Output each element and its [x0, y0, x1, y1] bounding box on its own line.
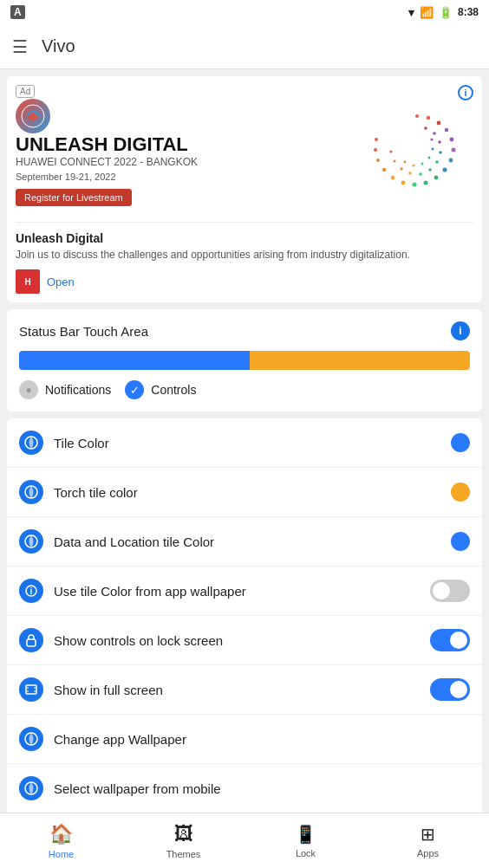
- show-full-screen-toggle[interactable]: [430, 678, 470, 701]
- touch-bar-notifications[interactable]: [19, 351, 250, 370]
- setting-row-torch-tile-color[interactable]: Torch tile color: [7, 468, 482, 517]
- svg-point-4: [445, 128, 448, 132]
- nav-lock[interactable]: 📱 Lock: [244, 813, 367, 868]
- tile-color-icon: [19, 431, 43, 455]
- touch-area-card: Status Bar Touch Area i ● Notifications …: [7, 309, 482, 411]
- tile-color-dot[interactable]: [451, 433, 470, 452]
- svg-point-30: [432, 148, 434, 151]
- ad-open-link[interactable]: Open: [47, 275, 75, 288]
- torch-color-dot[interactable]: [451, 483, 470, 502]
- touch-bar[interactable]: [19, 351, 470, 370]
- svg-point-29: [431, 139, 434, 141]
- data-location-color-dot[interactable]: [451, 532, 470, 551]
- torch-tile-label: Torch tile color: [54, 485, 440, 500]
- ad-register-button[interactable]: Register for Livestream: [16, 189, 132, 206]
- svg-point-18: [424, 126, 427, 130]
- use-tile-color-toggle-knob: [433, 582, 450, 599]
- wifi-icon: ▾: [408, 6, 414, 19]
- setting-row-change-wallpaper[interactable]: Change app Wallpaper: [7, 715, 482, 764]
- svg-rect-41: [26, 685, 36, 694]
- touch-option-notifications[interactable]: ● Notifications: [19, 380, 111, 399]
- lock-nav-icon: 📱: [295, 824, 316, 845]
- ad-event-date: September 19-21, 2022: [16, 172, 352, 182]
- svg-point-12: [401, 181, 406, 185]
- controls-label: Controls: [151, 383, 196, 397]
- svg-point-17: [375, 138, 378, 141]
- touch-area-info-icon[interactable]: i: [451, 321, 470, 340]
- svg-point-25: [408, 172, 411, 174]
- ad-desc-title: Unleash Digital: [16, 231, 473, 245]
- svg-point-23: [428, 168, 432, 172]
- ad-image: [361, 99, 473, 211]
- radio-unchecked-icon: ●: [25, 384, 31, 396]
- show-controls-lock-icon: [19, 628, 43, 652]
- themes-nav-icon: 🖼: [174, 823, 193, 845]
- touch-area-title: Status Bar Touch Area: [19, 324, 148, 339]
- tile-color-label: Tile Color: [54, 436, 440, 450]
- setting-row-use-tile-color-wallpaper[interactable]: i Use tile Color from app wallpaper: [7, 567, 482, 616]
- svg-point-22: [435, 160, 439, 164]
- svg-point-9: [434, 176, 439, 180]
- svg-point-24: [419, 172, 422, 176]
- app-icon: A: [10, 5, 25, 19]
- svg-point-14: [382, 168, 386, 172]
- setting-row-data-location-color[interactable]: Data and Location tile Color: [7, 517, 482, 567]
- svg-point-15: [376, 159, 380, 162]
- setting-row-select-wallpaper[interactable]: Select wallpaper from mobile: [7, 764, 482, 813]
- top-nav: ☰ Vivo: [0, 24, 489, 69]
- svg-point-34: [404, 161, 407, 164]
- svg-rect-40: [27, 639, 36, 646]
- data-location-label: Data and Location tile Color: [54, 534, 440, 549]
- torch-tile-icon: [19, 480, 43, 504]
- signal-icon: 📶: [420, 6, 434, 19]
- svg-text:i: i: [30, 586, 33, 596]
- ad-title: UNLEASH DIGITAL: [16, 133, 352, 156]
- use-tile-color-icon: i: [19, 579, 43, 603]
- nav-apps[interactable]: ⊞ Apps: [367, 813, 489, 868]
- status-bar: A ▾ 📶 🔋 8:38: [0, 0, 489, 24]
- select-wallpaper-icon: [19, 776, 43, 800]
- ad-text-area: UNLEASH DIGITAL HUAWEI CONNECT 2022 - BA…: [16, 99, 352, 206]
- ad-event-name: HUAWEI CONNECT 2022 - BANGKOK: [16, 156, 352, 168]
- svg-point-21: [439, 151, 442, 154]
- apps-nav-label: Apps: [417, 848, 439, 858]
- settings-section: Tile Color Torch tile color Data and Loc…: [7, 418, 482, 862]
- show-controls-lock-toggle[interactable]: [430, 629, 470, 651]
- svg-point-27: [393, 159, 395, 162]
- svg-point-2: [427, 116, 430, 120]
- bottom-nav: 🏠 Home 🖼 Themes 📱 Lock ⊞ Apps: [0, 813, 489, 868]
- use-tile-color-label: Use tile Color from app wallpaper: [54, 584, 420, 599]
- svg-point-13: [391, 176, 394, 179]
- status-bar-left: A: [10, 5, 25, 19]
- touch-option-controls[interactable]: ✓ Controls: [125, 380, 196, 399]
- menu-icon[interactable]: ☰: [12, 36, 28, 57]
- nav-home[interactable]: 🏠 Home: [0, 813, 122, 868]
- svg-point-11: [412, 182, 416, 186]
- themes-nav-label: Themes: [166, 849, 201, 859]
- setting-row-show-full-screen[interactable]: Show in full screen: [7, 665, 482, 715]
- controls-radio[interactable]: ✓: [125, 380, 144, 399]
- svg-point-28: [389, 150, 392, 152]
- svg-point-7: [449, 159, 453, 163]
- show-controls-lock-label: Show controls on lock screen: [54, 633, 420, 648]
- touch-bar-controls[interactable]: [250, 351, 470, 370]
- setting-row-show-controls-lock[interactable]: Show controls on lock screen: [7, 616, 482, 665]
- svg-point-31: [428, 157, 431, 159]
- show-full-screen-knob: [450, 681, 467, 698]
- setting-row-tile-color[interactable]: Tile Color: [7, 418, 482, 468]
- svg-point-8: [442, 167, 447, 172]
- data-location-icon: [19, 529, 43, 554]
- svg-point-20: [438, 140, 441, 144]
- lock-nav-label: Lock: [296, 848, 316, 858]
- notifications-label: Notifications: [45, 383, 111, 397]
- radio-checked-icon: ✓: [130, 384, 140, 397]
- notifications-radio[interactable]: ●: [19, 380, 38, 399]
- nav-themes[interactable]: 🖼 Themes: [122, 813, 244, 868]
- svg-point-32: [421, 163, 424, 165]
- svg-point-5: [450, 138, 454, 142]
- time-display: 8:38: [458, 6, 479, 18]
- use-tile-color-toggle[interactable]: [430, 580, 470, 602]
- change-wallpaper-icon: [19, 727, 43, 751]
- status-bar-right: ▾ 📶 🔋 8:38: [408, 6, 479, 19]
- battery-icon: 🔋: [439, 6, 453, 19]
